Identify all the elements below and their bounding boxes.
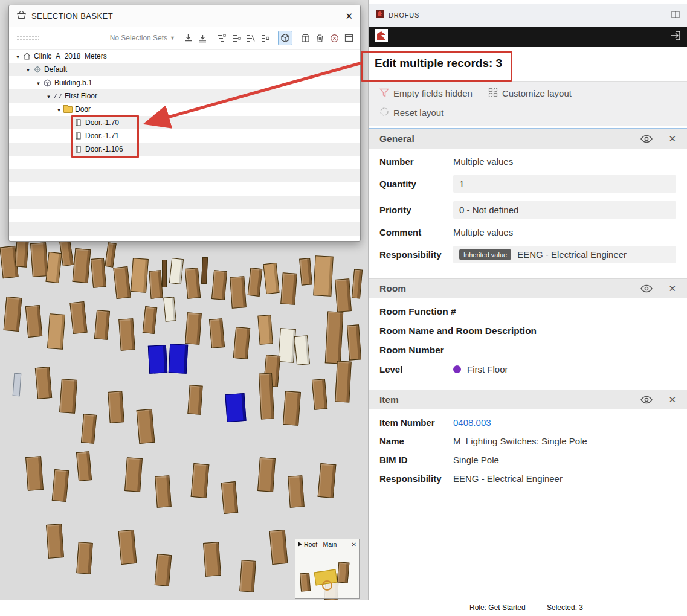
close-icon[interactable]: ✕ [345, 11, 353, 22]
door-element[interactable] [76, 542, 93, 574]
door-element[interactable] [313, 255, 333, 296]
door-element[interactable] [143, 306, 157, 334]
close-section-icon[interactable]: ✕ [668, 133, 676, 144]
dock-window-icon[interactable] [671, 10, 680, 21]
expander-caret[interactable] [34, 79, 42, 87]
expander-caret[interactable] [24, 65, 32, 74]
basket-titlebar[interactable]: SELECTION BASKET ✕ [9, 5, 360, 27]
clear-basket-icon[interactable] [327, 31, 341, 45]
group-by-category-icon[interactable] [244, 31, 257, 45]
door-element[interactable] [47, 313, 65, 350]
door-element[interactable] [81, 414, 97, 444]
door-element[interactable] [59, 379, 77, 414]
door-element[interactable] [131, 258, 149, 293]
door-element[interactable] [155, 554, 172, 586]
door-element[interactable] [257, 315, 273, 344]
section-box-inset[interactable]: Roof - Main ✕ [295, 539, 360, 599]
door-element[interactable] [288, 475, 305, 508]
door-element[interactable] [169, 258, 184, 284]
package-icon[interactable] [298, 31, 312, 45]
eye-icon[interactable] [640, 396, 653, 404]
door-element[interactable] [248, 268, 263, 297]
door-element[interactable] [25, 305, 42, 338]
door-element[interactable] [318, 463, 337, 498]
door-element[interactable] [185, 312, 202, 345]
close-section-icon[interactable]: ✕ [668, 283, 676, 294]
door-element[interactable] [209, 318, 225, 348]
selection-sets-dropdown[interactable]: No Selection Sets [110, 34, 167, 42]
drofus-titlebar[interactable]: DROFUS [369, 4, 687, 27]
door-element[interactable] [118, 530, 137, 565]
door-element[interactable] [124, 457, 143, 492]
tree-row[interactable]: Door.-1.71 [9, 129, 360, 143]
door-element[interactable] [15, 240, 28, 267]
field-input[interactable]: 1 [453, 175, 676, 193]
reset-layout-button[interactable]: Reset layout [379, 107, 443, 118]
door-element[interactable] [69, 301, 87, 334]
door-element[interactable] [35, 367, 52, 399]
door-element[interactable] [108, 391, 124, 423]
door-element[interactable] [299, 258, 312, 285]
door-element[interactable] [73, 248, 91, 283]
door-element[interactable] [233, 327, 250, 359]
field-input[interactable]: 0 - Not defined [453, 201, 676, 219]
door-element[interactable] [269, 530, 288, 565]
door-element[interactable] [137, 409, 155, 444]
item-number-link[interactable]: 0408.003 [453, 417, 491, 428]
door-element[interactable] [149, 270, 163, 298]
door-element[interactable] [257, 457, 276, 492]
door-element[interactable] [221, 481, 238, 514]
door-element[interactable] [201, 257, 208, 284]
door-element[interactable] [312, 379, 327, 410]
group-by-type-icon[interactable] [259, 31, 272, 45]
door-element[interactable] [155, 475, 172, 508]
door-element[interactable] [280, 272, 297, 305]
door-element[interactable] [335, 361, 352, 402]
expander-caret[interactable] [45, 92, 53, 100]
tree-row[interactable]: Door.-1.106 [9, 143, 360, 156]
group-by-level-icon[interactable] [230, 31, 243, 45]
tree-row[interactable]: Door [9, 103, 360, 116]
door-element[interactable] [76, 451, 92, 481]
door-element[interactable] [294, 335, 310, 365]
window-layout-icon[interactable] [342, 31, 355, 45]
door-element[interactable] [283, 391, 301, 426]
door-element[interactable] [13, 373, 22, 397]
door-element[interactable] [335, 278, 352, 312]
close-section-icon[interactable]: ✕ [668, 394, 676, 405]
door-element[interactable] [30, 242, 48, 277]
door-element[interactable] [4, 297, 22, 332]
door-element[interactable] [46, 524, 64, 559]
door-element[interactable] [325, 311, 343, 364]
door-element[interactable] [263, 263, 279, 294]
tree-row[interactable]: Building.b.1 [9, 76, 360, 89]
door-element[interactable] [105, 242, 116, 268]
tree-row[interactable]: First Floor [9, 89, 360, 103]
door-element[interactable] [25, 456, 44, 491]
eye-icon[interactable] [640, 135, 653, 143]
eye-icon[interactable] [640, 284, 653, 293]
show-in-3d-icon[interactable] [278, 31, 292, 45]
door-element[interactable] [185, 268, 201, 299]
save-selection-icon[interactable] [181, 31, 195, 45]
door-element[interactable] [225, 393, 246, 422]
door-element[interactable] [187, 385, 202, 414]
door-element[interactable] [191, 463, 210, 498]
door-element[interactable] [352, 269, 363, 298]
field-input[interactable]: Inherited valueEENG - Electrical Enginee… [453, 246, 676, 263]
chevron-down-icon[interactable]: ▼ [170, 35, 175, 41]
expander-caret[interactable] [55, 105, 63, 114]
door-element[interactable] [118, 318, 135, 351]
door-element[interactable] [211, 270, 227, 300]
door-element[interactable] [169, 344, 188, 374]
door-element[interactable] [45, 252, 62, 283]
door-element[interactable] [278, 328, 296, 363]
tree-row[interactable]: Default [9, 63, 360, 76]
inset-close-icon[interactable]: ✕ [352, 541, 356, 548]
expander-caret[interactable] [14, 52, 22, 60]
door-element[interactable] [163, 297, 176, 321]
door-element[interactable] [203, 542, 221, 577]
door-element[interactable] [113, 266, 131, 299]
tree-row[interactable]: Door.-1.70 [9, 116, 360, 129]
door-element[interactable] [148, 345, 167, 374]
